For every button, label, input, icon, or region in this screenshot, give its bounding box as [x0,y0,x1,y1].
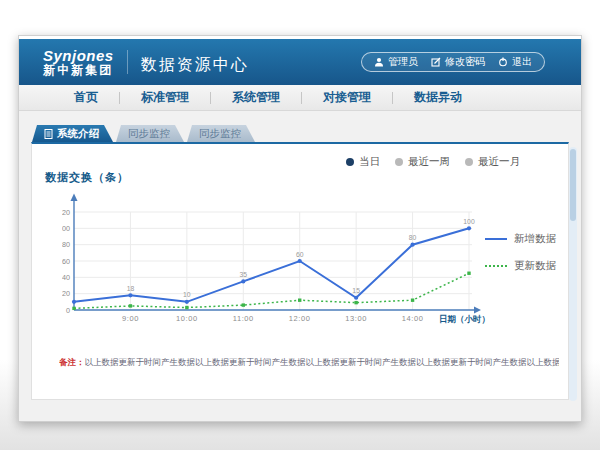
series-point-label: 100 [463,218,475,225]
series-point-label: 15 [352,287,360,294]
tab-sync-monitor-1[interactable]: 同步监控 [116,125,184,142]
series-1-point [298,299,301,302]
vertical-scrollbar-thumb[interactable] [570,149,576,221]
brand-logo-primary: Synjones [43,48,114,64]
radio-today[interactable]: 当日 [346,155,380,169]
footnote-text: 以上数据更新于时间产生数据以上数据更新于时间产生数据以上数据更新于时间产生数据以… [85,357,560,367]
series-1-point [242,303,245,306]
series-0-point [354,296,358,300]
series-point-label: 60 [296,251,304,258]
radio-last-month-label: 最近一月 [478,155,520,169]
radio-last-week-label: 最近一周 [408,155,450,169]
x-tick-label: 10:00 [176,314,198,323]
chart-panel: 当日 最近一周 最近一月 数据交换（条） 0204060801001209:00… [31,142,569,400]
legend-update-data[interactable]: 更新数据 [485,259,556,273]
y-tick-label: 40 [62,273,70,282]
legend-update-data-line-sample [485,265,507,267]
user-menu-change-password-label: 修改密码 [445,55,485,69]
series-0-point [128,293,132,297]
series-1-point [411,299,414,302]
brand-logo: Synjones 新中新集团 [43,48,114,76]
user-menu-admin[interactable]: 管理员 [374,55,418,69]
radio-today-dot [346,158,354,166]
series-0-point [467,226,471,230]
x-tick-label: 9:00 [122,314,139,323]
legend-update-data-label: 更新数据 [514,259,556,273]
vertical-scrollbar-track [569,147,577,401]
series-1-point [129,304,132,307]
x-tick-label: 11:00 [233,314,254,323]
nav-item-home[interactable]: 首页 [53,89,119,106]
line-chart-svg: 0204060801001209:0010:0011:0012:0013:001… [62,192,502,338]
nav-item-system-mgmt[interactable]: 系统管理 [211,89,301,106]
series-point-label: 80 [409,234,417,241]
tab-sync-monitor-2[interactable]: 同步监控 [187,125,255,142]
tab-system-intro-label: 系统介绍 [57,127,99,141]
tab-sync-monitor-1-label: 同步监控 [128,127,170,141]
legend-new-data[interactable]: 新增数据 [485,232,556,246]
app-header: Synjones 新中新集团 数据资源中心 管理员 修改密码 [19,39,581,85]
series-1-point [467,272,470,275]
footnote: 备注：以上数据更新于时间产生数据以上数据更新于时间产生数据以上数据更新于时间产生… [59,357,559,369]
tab-bar: 系统介绍 同步监控 同步监控 [32,125,255,142]
power-icon [498,57,508,67]
y-tick-label: 100 [62,224,70,233]
footnote-label: 备注： [59,357,85,367]
series-0-point [72,300,76,304]
user-icon [374,57,384,67]
x-tick-label: 12:00 [289,314,311,323]
radio-last-week-dot [395,158,403,166]
series-1-point [72,307,75,310]
tab-sync-monitor-2-label: 同步监控 [199,127,241,141]
series-0-point [185,300,189,304]
x-axis-arrow-icon [474,307,481,314]
brand-logo-secondary: 新中新集团 [43,64,114,77]
series-0-point [410,243,414,247]
browser-page: Synjones 新中新集团 数据资源中心 管理员 修改密码 [18,35,582,422]
y-tick-label: 120 [62,208,70,217]
y-tick-label: 20 [62,289,70,298]
series-1-point [354,301,357,304]
radio-last-month[interactable]: 最近一月 [465,155,520,169]
y-tick-label: 80 [62,240,70,249]
series-0-point [241,279,245,283]
radio-last-month-dot [465,158,473,166]
chart-y-axis-title: 数据交换（条） [45,170,129,185]
series-point-label: 35 [240,271,248,278]
user-toolbar: 管理员 修改密码 退出 [361,52,545,72]
nav-item-data-change[interactable]: 数据异动 [393,89,483,106]
y-axis-arrow-icon [71,194,78,202]
nav-item-standard-mgmt[interactable]: 标准管理 [120,89,210,106]
legend-new-data-label: 新增数据 [514,232,556,246]
series-point-label: 18 [127,285,135,292]
y-tick-label: 60 [62,257,70,266]
nav-item-interface-mgmt[interactable]: 对接管理 [302,89,392,106]
content-area: 系统介绍 同步监控 同步监控 当日 最近一周 [19,111,581,420]
document-icon [44,129,53,139]
user-menu-logout[interactable]: 退出 [498,55,532,69]
series-legend: 新增数据 更新数据 [485,232,556,273]
series-0-point [298,259,302,263]
time-range-radio-group: 当日 最近一周 最近一月 [346,155,520,169]
header-divider [127,50,128,74]
y-tick-label: 0 [66,306,70,315]
user-menu-logout-label: 退出 [512,55,532,69]
radio-last-week[interactable]: 最近一周 [395,155,450,169]
user-menu-admin-label: 管理员 [388,55,418,69]
chart-x-axis-title: 日期（小时） [439,314,490,324]
radio-today-label: 当日 [359,155,380,169]
app-title: 数据资源中心 [141,55,249,76]
main-nav: 首页 标准管理 系统管理 对接管理 数据异动 [19,85,581,111]
x-tick-label: 13:00 [345,314,367,323]
series-1-point [185,306,188,309]
x-tick-label: 14:00 [402,314,424,323]
user-menu-change-password[interactable]: 修改密码 [431,55,485,69]
tab-system-intro[interactable]: 系统介绍 [32,125,113,142]
legend-new-data-line-sample [485,238,507,240]
edit-icon [431,57,441,67]
series-point-label: 10 [183,291,191,298]
